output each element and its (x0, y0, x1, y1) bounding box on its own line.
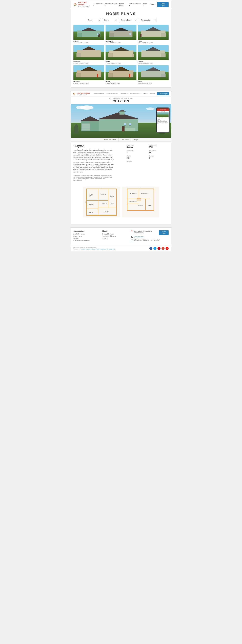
logo2[interactable]: 🏠 J.W.YORK HOMES DESIGN·BUILD (73, 92, 90, 95)
home-card-madison[interactable]: Madison 4 Beds / 2.5 Baths | 2438 (73, 65, 104, 84)
googleplus-icon[interactable]: g (161, 247, 164, 250)
svg-text:DINING: DINING (110, 196, 114, 198)
detail-content: Clayton Our Clayton floor plan offers a … (71, 142, 171, 186)
mobile-title: CLAYTON (157, 111, 169, 112)
footer-link-awards-affiliations[interactable]: Awards & Affiliations (102, 235, 127, 237)
home-card-details-madison: 4 Beds / 2.5 Baths | 2438 (73, 82, 104, 84)
website-credit-link[interactable]: Website by Athens Stoney Web Design and … (81, 248, 115, 250)
homes-grid: Clayton 4 Beds / 3.5 Baths | 2720 Dahlon… (71, 25, 171, 84)
floor-plan-2: BEDROOM 3 BEDROOM 4 BEDROOM 2 BONUS BATH… (122, 187, 159, 218)
client-login-button2[interactable]: Client Login (157, 92, 169, 95)
baths-filter[interactable]: Baths (102, 18, 117, 22)
footer-hours-item: 🕐 Office Hours 8:00 a.m. - 5:00 p.m. M/F (131, 239, 169, 242)
facebook-icon[interactable]: f (149, 247, 152, 250)
svg-text:LAUNDRY: LAUNDRY (88, 204, 94, 205)
clayton-title: Clayton (73, 144, 124, 148)
home-card-dahlonega[interactable]: Dahlonega 4 Beds / 3.5 Baths | 2891 (106, 25, 136, 44)
home-card-ellijay[interactable]: Ellijay 4 Beds / 4.5 Baths | 2478 (138, 25, 169, 44)
nav2-about[interactable]: About ▾ (143, 93, 148, 95)
home-card-clayton[interactable]: Clayton 4 Beds / 3.5 Baths | 2720 (73, 25, 104, 44)
floor-plan-1: LIVING ROOM KITCHEN DINING LAUNDRY MASTE… (83, 187, 120, 218)
svg-text:BATH: BATH (111, 203, 114, 204)
footer-phone[interactable]: (706) 549-1441 (134, 236, 144, 238)
hero-image: JW YORK HOMES CLAYTON Home Plan Details … (71, 104, 171, 138)
tab-home-plan-details[interactable]: Home Plan Details (101, 138, 119, 142)
home-card-img-clayton (73, 25, 104, 40)
spec-plan-name-value: Clayton (126, 146, 146, 148)
beds-filter[interactable]: Beds (86, 18, 101, 22)
twitter-icon[interactable]: t (153, 247, 156, 250)
breadcrumb-text[interactable]: JW YORK HOMES / HOME PLANS (109, 98, 133, 99)
copyright-text: Copyright 2019 – All Rights Reserved (73, 247, 115, 248)
nav-contact[interactable]: Contact (150, 4, 155, 6)
home-card-img-toccoa (138, 45, 169, 60)
nav2-communities[interactable]: Communities ▾ (94, 93, 104, 95)
spec-plan-name: Plan Name Clayton (126, 144, 146, 148)
spec-stories: Stories 2 (149, 155, 169, 159)
footer-link-contact[interactable]: Contact (102, 238, 127, 239)
footer-communities-title: Communities (73, 230, 99, 232)
nav-custom-homes[interactable]: Custom Homes ▾ (129, 3, 141, 6)
footer-link-custom-homes-process[interactable]: Custom Homes Process (73, 240, 99, 242)
home-card-img-madison (73, 65, 104, 80)
logo-icon: 🏠 (73, 3, 77, 6)
home-card-details-dahlonega: 4 Beds / 3.5 Baths | 2891 (106, 42, 136, 44)
home-card-details-shiloh: 3 Beds / 3 Baths | 2500 (138, 82, 169, 84)
nav2-available-homes[interactable]: Available Homes ▾ (106, 93, 118, 95)
specs-column: Plan Name Clayton Square Feet 2720 Bedro… (126, 144, 169, 183)
nav-links: Communities ▾ Available Homes ▾ Home Pla… (93, 2, 169, 7)
home-card-griffin[interactable]: Griffin 5 Beds / 4.5 Baths | 2626 (106, 45, 136, 64)
youtube-icon[interactable]: ▶ (166, 247, 169, 250)
svg-text:BATH: BATH (148, 205, 151, 206)
svg-text:KITCHEN: KITCHEN (101, 194, 106, 195)
footer-col-communities: Communities Available Homes Home Plans A… (73, 230, 99, 242)
footer-hours: Office Hours 8:00 a.m. - 5:00 p.m. M/F (134, 239, 160, 241)
home-card-toccoa[interactable]: Toccoa 3 Beds / 2.5 Baths | 2084 (138, 45, 169, 64)
floor-plan-svg-1: LIVING ROOM KITCHEN DINING LAUNDRY MASTE… (83, 187, 120, 217)
home-card-name-dahlonega: Dahlonega (106, 40, 136, 42)
nav-about[interactable]: About ▾ (143, 3, 148, 6)
nav-available-homes[interactable]: Available Homes ▾ (105, 3, 118, 6)
footer-link-energy[interactable]: Energy Efficiency (102, 233, 127, 235)
home-card-helen[interactable]: Helen 4 Beds / 3 Baths | 2545 (106, 65, 136, 84)
spec-sqft-label: Square Feet (149, 144, 169, 146)
home-card-img-helen (106, 65, 136, 80)
home-card-details-helen: 4 Beds / 3 Baths | 2545 (106, 82, 136, 84)
disclaimer-text: Information is subject to changes, omiss… (73, 175, 114, 181)
nav2-home-plans[interactable]: Home Plans (120, 93, 128, 95)
tab-floor-plans[interactable]: Floor Plans (119, 138, 131, 142)
logo[interactable]: 🏠 J.W.YORK HOMES DESIGN·BUILD (73, 2, 93, 8)
home-card-fairmont[interactable]: Fairmont 3 Beds / 2.5 Baths | 2126 (73, 45, 104, 64)
spec-bathrooms-value: 3.5 (149, 152, 169, 154)
home-card-name-griffin: Griffin (106, 61, 136, 62)
home-card-img-shiloh (138, 65, 169, 80)
svg-text:BEDROOM 2: BEDROOM 2 (129, 201, 137, 202)
footer-address: 9951 Baxter Street Suite & Athens 30606 (134, 230, 156, 234)
footer: Communities Available Homes Home Plans A… (71, 228, 171, 251)
svg-text:40'-0": 40'-0" (139, 188, 142, 189)
clayton-detail-page: 🏠 J.W.YORK HOMES DESIGN·BUILD Communitie… (71, 91, 171, 224)
footer-link-home-plans[interactable]: Home Plans (73, 235, 99, 237)
nav2-custom-homes[interactable]: Custom Homes ▾ (130, 93, 142, 95)
clayton-page-title: CLAYTON (71, 100, 171, 103)
tab-images[interactable]: Images (131, 138, 141, 142)
footer-link-awards[interactable]: Awards (73, 238, 99, 239)
home-card-name-madison: Madison (73, 81, 104, 82)
spec-bedrooms-label: Bedrooms (126, 150, 146, 152)
svg-text:MASTER: MASTER (102, 203, 107, 204)
nav-home-plans[interactable]: Home Plans (119, 3, 127, 6)
footer-address-item: 📍 9951 Baxter Street Suite & Athens 3060… (131, 230, 169, 235)
phone-icon: 📞 (131, 236, 133, 238)
page-title: HOME PLANS (71, 12, 171, 16)
footer-client-login-button[interactable]: Client Login (159, 230, 169, 235)
community-filter[interactable]: Community (139, 18, 156, 22)
nav2-contact[interactable]: Contact (150, 93, 155, 95)
home-card-shiloh[interactable]: Shiloh 3 Beds / 3 Baths | 2500 (138, 65, 169, 84)
sqft-filter[interactable]: Square Feet (119, 18, 137, 22)
svg-text:LIVING: LIVING (89, 194, 93, 195)
pinterest-icon[interactable]: p (157, 247, 160, 250)
nav-communities[interactable]: Communities ▾ (93, 3, 103, 6)
logo-text2: J.W.YORK HOMES (77, 92, 90, 94)
client-login-button[interactable]: Client Login (157, 2, 169, 7)
footer-link-available-homes[interactable]: Available Homes (73, 233, 99, 235)
